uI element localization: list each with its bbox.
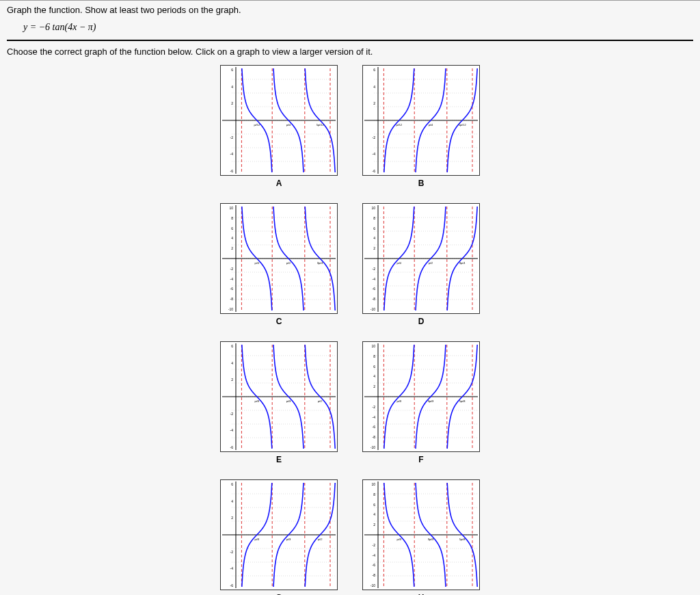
svg-text:-4: -4 xyxy=(230,277,234,281)
svg-text:-2: -2 xyxy=(373,543,376,547)
svg-text:6: 6 xyxy=(373,226,375,230)
svg-text:4: 4 xyxy=(231,236,233,240)
svg-text:3pi/3: 3pi/3 xyxy=(428,399,434,403)
question-prompt: Graph the function. Show at least two pe… xyxy=(7,5,693,15)
svg-text:-8: -8 xyxy=(230,297,234,301)
svg-text:6: 6 xyxy=(373,365,375,369)
svg-text:-6: -6 xyxy=(230,287,234,291)
svg-text:-6: -6 xyxy=(373,169,376,173)
svg-text:pi/4: pi/4 xyxy=(429,123,433,127)
svg-text:-10: -10 xyxy=(371,583,375,587)
graph-option-a[interactable]: 642-2-4-6pi/12pi/45pi/12 xyxy=(220,65,338,176)
svg-text:-10: -10 xyxy=(228,307,233,311)
svg-text:10: 10 xyxy=(371,206,375,210)
svg-text:-2: -2 xyxy=(373,135,376,140)
graph-option-c[interactable]: 108642-2-4-6-8-10pi/4pi/23pi/4 xyxy=(220,203,338,314)
svg-text:5pi/8: 5pi/8 xyxy=(459,399,466,403)
svg-text:-4: -4 xyxy=(230,566,234,570)
svg-text:-6: -6 xyxy=(373,287,376,291)
svg-text:2: 2 xyxy=(373,246,375,250)
svg-text:4: 4 xyxy=(231,361,233,365)
graph-option-h[interactable]: 108642-2-4-6-8-10pi/33pi/35pi/8 xyxy=(362,479,480,590)
svg-text:-2: -2 xyxy=(373,267,376,271)
svg-text:pi/3: pi/3 xyxy=(397,538,402,541)
svg-text:8: 8 xyxy=(373,354,375,358)
svg-text:-2: -2 xyxy=(230,267,234,271)
svg-text:-6: -6 xyxy=(373,425,376,429)
svg-text:6: 6 xyxy=(373,503,375,507)
svg-text:8: 8 xyxy=(373,216,375,220)
svg-text:3pi/4: 3pi/4 xyxy=(459,261,466,265)
svg-text:4: 4 xyxy=(373,512,375,516)
option-label: F xyxy=(362,455,480,464)
svg-text:4: 4 xyxy=(231,499,233,503)
svg-text:pi/4: pi/4 xyxy=(255,261,260,265)
svg-text:2: 2 xyxy=(373,523,375,527)
graph-option-d[interactable]: 108642-2-4-6-8-10pi/4pi/23pi/4 xyxy=(362,203,480,314)
svg-text:pi/3: pi/3 xyxy=(286,538,291,541)
svg-text:pi/4: pi/4 xyxy=(286,123,291,127)
svg-text:4: 4 xyxy=(373,236,375,240)
question-formula: y = −6 tan(4x − π) xyxy=(7,19,693,37)
svg-text:pi/3: pi/3 xyxy=(397,399,402,403)
graph-option-g[interactable]: 642-2-4-6pi/3pi/3pi/2 xyxy=(220,479,338,590)
svg-text:pi/12: pi/12 xyxy=(254,123,260,127)
svg-text:6: 6 xyxy=(231,68,233,72)
svg-text:3pi/4: 3pi/4 xyxy=(317,261,323,265)
svg-text:6: 6 xyxy=(373,68,375,72)
svg-text:6: 6 xyxy=(231,344,233,348)
svg-text:-4: -4 xyxy=(373,415,376,419)
svg-text:10: 10 xyxy=(229,206,233,210)
svg-text:-2: -2 xyxy=(230,135,234,140)
svg-text:6: 6 xyxy=(231,226,233,230)
svg-text:pi/2: pi/2 xyxy=(318,538,323,541)
svg-text:-6: -6 xyxy=(230,583,234,587)
svg-text:pi/3: pi/3 xyxy=(286,399,291,403)
divider xyxy=(7,40,693,41)
svg-text:-6: -6 xyxy=(230,169,234,173)
svg-text:-8: -8 xyxy=(373,573,376,577)
svg-text:-4: -4 xyxy=(230,428,234,432)
svg-text:6: 6 xyxy=(231,482,233,486)
question-instruction: Choose the correct graph of the function… xyxy=(7,47,693,57)
svg-text:-2: -2 xyxy=(373,405,376,409)
svg-text:pi/12: pi/12 xyxy=(396,123,402,127)
graph-option-b[interactable]: 642-2-4-6pi/12pi/45pi/12 xyxy=(362,65,480,176)
svg-text:pi/3: pi/3 xyxy=(255,399,260,403)
svg-text:pi/3: pi/3 xyxy=(255,538,260,541)
svg-text:-4: -4 xyxy=(373,277,376,281)
graph-options-grid: 642-2-4-6pi/12pi/45pi/12A642-2-4-6pi/12p… xyxy=(220,65,480,595)
svg-text:2: 2 xyxy=(231,246,233,250)
svg-text:4: 4 xyxy=(373,374,375,378)
svg-text:pi/2: pi/2 xyxy=(429,261,433,265)
option-label: E xyxy=(220,455,338,464)
svg-text:10: 10 xyxy=(371,482,375,486)
svg-text:2: 2 xyxy=(373,101,375,105)
graph-option-e[interactable]: 642-2-4-6pi/3pi/3pi/2 xyxy=(220,341,338,452)
svg-text:2: 2 xyxy=(231,101,233,105)
svg-text:-4: -4 xyxy=(373,553,376,557)
svg-text:5pi/8: 5pi/8 xyxy=(459,538,466,541)
svg-text:3pi/3: 3pi/3 xyxy=(428,538,434,541)
svg-text:2: 2 xyxy=(231,378,233,382)
svg-text:10: 10 xyxy=(371,344,375,348)
svg-text:2: 2 xyxy=(231,516,233,520)
svg-text:-2: -2 xyxy=(230,412,234,416)
svg-text:-4: -4 xyxy=(373,152,376,156)
svg-text:pi/2: pi/2 xyxy=(286,261,291,265)
option-label: A xyxy=(220,178,338,188)
svg-text:-10: -10 xyxy=(371,445,375,449)
svg-text:5pi/12: 5pi/12 xyxy=(317,123,325,127)
svg-text:-6: -6 xyxy=(373,563,376,567)
option-label: D xyxy=(362,317,480,326)
graph-option-f[interactable]: 108642-2-4-6-8-10pi/33pi/35pi/8 xyxy=(362,341,480,452)
svg-text:pi/4: pi/4 xyxy=(397,261,402,265)
option-label: C xyxy=(220,317,338,326)
svg-text:8: 8 xyxy=(373,492,375,497)
svg-text:-6: -6 xyxy=(230,445,234,449)
svg-text:8: 8 xyxy=(231,216,233,220)
svg-text:-10: -10 xyxy=(371,307,375,311)
svg-text:4: 4 xyxy=(231,85,233,89)
svg-text:pi/2: pi/2 xyxy=(318,399,323,403)
svg-text:5pi/12: 5pi/12 xyxy=(459,123,467,127)
